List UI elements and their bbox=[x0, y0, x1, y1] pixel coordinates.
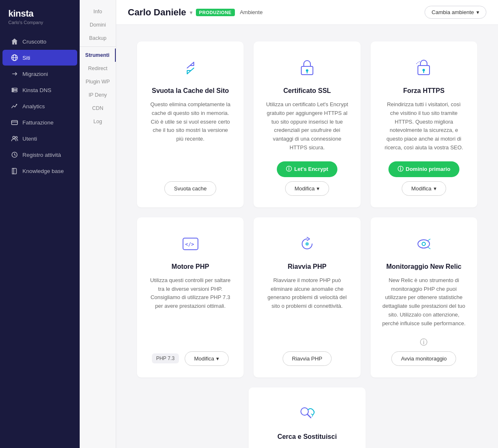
main-area: Carlo Daniele ▾ PRODUZIONE Ambiente Camb… bbox=[116, 0, 498, 448]
site-title-area: Carlo Daniele ▾ PRODUZIONE Ambiente bbox=[128, 7, 263, 18]
billing-icon bbox=[11, 119, 18, 126]
sidebar-item-siti[interactable]: Siti bbox=[2, 50, 77, 66]
sidebar-item-analytics[interactable]: Analytics bbox=[2, 98, 77, 114]
sidebar-item-cruscotto[interactable]: Cruscotto bbox=[2, 34, 77, 49]
sidebar-label-knowledge: Knowledge base bbox=[22, 168, 64, 174]
svg-rect-7 bbox=[12, 121, 17, 125]
cache-icon bbox=[179, 56, 202, 80]
sub-nav-backup[interactable]: Backup bbox=[80, 32, 116, 45]
sidebar-label-utenti: Utenti bbox=[22, 136, 37, 142]
analytics-icon bbox=[11, 102, 18, 110]
php-icon: </> bbox=[179, 232, 202, 256]
cache-actions: Svuota cache bbox=[149, 181, 232, 196]
cache-desc: Questo elimina completamente la cache di… bbox=[149, 100, 232, 172]
riavvia-title: Riavvia PHP bbox=[288, 263, 326, 270]
sub-sidebar: Info Domini Backup Strumenti Redirect Pl… bbox=[80, 0, 116, 448]
sub-nav-domini[interactable]: Domini bbox=[80, 18, 116, 32]
https-modifica-button[interactable]: Modifica ▾ bbox=[402, 181, 446, 196]
php-title: Motore PHP bbox=[171, 263, 209, 270]
users-icon bbox=[11, 135, 18, 142]
sub-nav-strumenti[interactable]: Strumenti bbox=[80, 49, 116, 62]
sub-nav-plugin-wp[interactable]: Plugin WP bbox=[80, 75, 116, 88]
php-btn-row: PHP 7.3 Modifica ▾ bbox=[152, 351, 229, 366]
dominio-primario-button[interactable]: ⓘ Dominio primario bbox=[388, 161, 460, 177]
svg-point-23 bbox=[422, 242, 425, 246]
dns-icon bbox=[11, 86, 18, 94]
https-icon bbox=[412, 56, 435, 80]
newrelic-icon bbox=[412, 232, 435, 256]
sub-divider bbox=[80, 46, 116, 47]
sub-nav-redirect[interactable]: Redirect bbox=[80, 62, 116, 75]
svg-text:</>: </> bbox=[185, 241, 194, 247]
newrelic-actions: Avvia monitoraggio bbox=[382, 351, 466, 366]
https-title: Forza HTTPS bbox=[403, 87, 445, 95]
sidebar-item-knowledge[interactable]: Knowledge base bbox=[2, 163, 77, 179]
svg-point-5 bbox=[13, 89, 13, 89]
sidebar-label-kinsta-dns: Kinsta DNS bbox=[22, 87, 51, 93]
sidebar-label-siti: Siti bbox=[22, 55, 30, 61]
php-chevron-icon: ▾ bbox=[216, 355, 219, 362]
top-bar: Carlo Daniele ▾ PRODUZIONE Ambiente Camb… bbox=[116, 0, 498, 25]
activity-icon bbox=[11, 151, 18, 158]
php-desc: Utilizza questi controlli per saltare tr… bbox=[149, 276, 232, 342]
env-badge: PRODUZIONE bbox=[196, 9, 235, 16]
sidebar-label-analytics: Analytics bbox=[22, 103, 45, 110]
sidebar-item-kinsta-dns[interactable]: Kinsta DNS bbox=[2, 82, 77, 98]
change-env-chevron-icon: ▾ bbox=[476, 9, 479, 15]
sidebar-item-registro[interactable]: Registro attività bbox=[2, 147, 77, 163]
sub-nav-info[interactable]: Info bbox=[80, 5, 116, 18]
kinsta-logo: kinsta bbox=[8, 8, 71, 19]
ssl-actions: ⓘ Let's Encrypt Modifica ▾ bbox=[265, 161, 349, 196]
tool-card-riavvia: Riavvia PHP Riavviare il motore PHP può … bbox=[254, 217, 360, 377]
tool-card-ssl: Certificato SSL Utilizza un certificato … bbox=[254, 41, 360, 207]
ssl-desc: Utilizza un certificato Let's Encrypt gr… bbox=[265, 100, 349, 152]
newrelic-info-icon: ⓘ bbox=[420, 337, 427, 347]
riavvia-php-button[interactable]: Riavvia PHP bbox=[283, 351, 332, 366]
avvia-monitoraggio-button[interactable]: Avvia monitoraggio bbox=[391, 351, 456, 366]
svg-point-6 bbox=[13, 91, 13, 91]
sidebar-label-cruscotto: Cruscotto bbox=[22, 39, 46, 45]
sub-nav-ip-deny[interactable]: IP Deny bbox=[80, 88, 116, 102]
search-title: Cerca e Sostituisci bbox=[277, 433, 337, 441]
sidebar-label-registro: Registro attività bbox=[22, 152, 61, 158]
cache-title: Svuota la Cache del Sito bbox=[152, 87, 229, 95]
company-name: Carlo's Company bbox=[8, 20, 71, 25]
tool-card-https: Forza HTTPS Reindirizza tutti i visitato… bbox=[371, 41, 477, 207]
https-chevron-icon: ▾ bbox=[434, 185, 437, 192]
https-desc: Reindirizza tutti i visitatori, così che… bbox=[382, 100, 466, 152]
php-modifica-button[interactable]: Modifica ▾ bbox=[185, 351, 229, 366]
riavvia-desc: Riavviare il motore PHP può eliminare al… bbox=[265, 276, 349, 342]
tool-card-newrelic: Monitoraggio New Relic New Relic è uno s… bbox=[371, 217, 477, 377]
content-area: Svuota la Cache del Sito Questo elimina … bbox=[116, 25, 498, 448]
sidebar-label-migrazioni: Migrazioni bbox=[22, 71, 48, 77]
sidebar-item-utenti[interactable]: Utenti bbox=[2, 131, 77, 146]
ssl-title: Certificato SSL bbox=[283, 87, 331, 95]
tools-grid-row3: Cerca e Sostituisci Utilizza questo stru… bbox=[137, 387, 477, 448]
tools-grid-row1: Svuota la Cache del Sito Questo elimina … bbox=[137, 41, 477, 207]
change-env-button[interactable]: Cambia ambiente ▾ bbox=[425, 6, 486, 19]
home-icon bbox=[11, 38, 18, 45]
ssl-modifica-button[interactable]: Modifica ▾ bbox=[285, 181, 329, 196]
sidebar-item-fatturazione[interactable]: Fatturazione bbox=[2, 114, 77, 130]
sites-icon bbox=[11, 54, 18, 61]
sub-nav-cdn[interactable]: CDN bbox=[80, 102, 116, 115]
svg-line-25 bbox=[307, 414, 311, 418]
tool-card-cache: Svuota la Cache del Sito Questo elimina … bbox=[137, 41, 244, 207]
svg-point-17 bbox=[422, 69, 425, 71]
lets-encrypt-button[interactable]: ⓘ Let's Encrypt bbox=[277, 161, 337, 177]
riavvia-actions: Riavvia PHP bbox=[265, 351, 349, 366]
sub-nav-log[interactable]: Log bbox=[80, 115, 116, 128]
riavvia-icon bbox=[295, 232, 319, 256]
php-actions: PHP 7.3 Modifica ▾ bbox=[149, 351, 232, 366]
search-replace-icon bbox=[295, 402, 319, 426]
sidebar-nav: Cruscotto Siti Migrazioni Kinsta DNS Ana bbox=[0, 33, 80, 448]
svuota-cache-button[interactable]: Svuota cache bbox=[164, 181, 216, 196]
tool-card-search: Cerca e Sostituisci Utilizza questo stru… bbox=[249, 387, 365, 448]
search-desc: Utilizza questo strumento per sostituire… bbox=[260, 446, 354, 448]
svg-point-21 bbox=[305, 242, 309, 246]
title-chevron-icon[interactable]: ▾ bbox=[190, 9, 193, 16]
env-label: Ambiente bbox=[240, 9, 263, 15]
sidebar-label-fatturazione: Fatturazione bbox=[22, 119, 54, 126]
svg-point-10 bbox=[15, 136, 17, 139]
sidebar-item-migrazioni[interactable]: Migrazioni bbox=[2, 66, 77, 82]
